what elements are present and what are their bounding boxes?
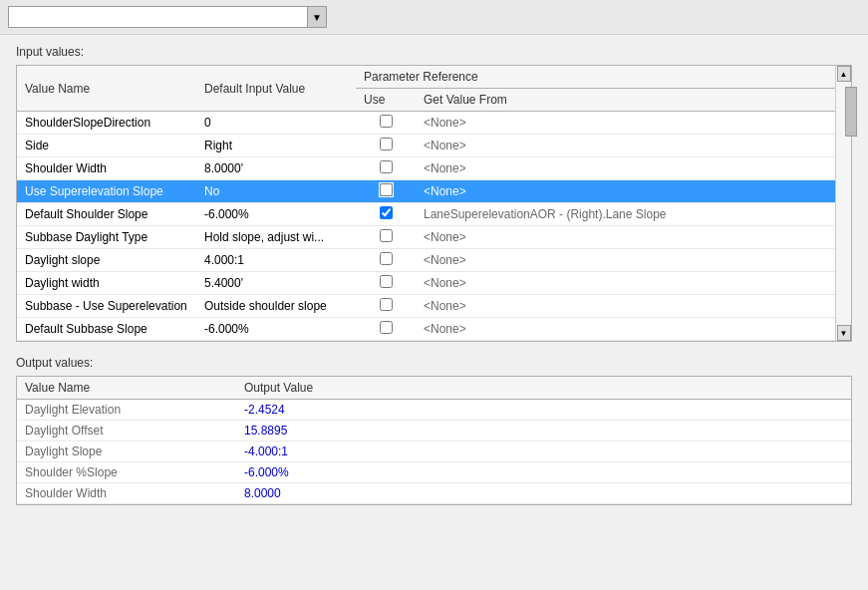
input-row-get-value: <None> (416, 272, 835, 295)
input-row-get-value: <None> (416, 318, 835, 341)
input-table-row: Use Superelevation SlopeNo<None> (17, 180, 835, 203)
input-row-get-value: LaneSuperelevationAOR - (Right).Lane Slo… (416, 203, 835, 226)
input-row-value-name: ShoulderSlopeDirection (17, 112, 196, 135)
input-row-value-name: Shoulder Width (17, 157, 196, 180)
input-row-use-checkbox[interactable] (380, 321, 393, 334)
input-row-default-value: Outside shoulder slope (196, 295, 356, 318)
output-row-value-name: Daylight Offset (17, 421, 236, 442)
output-row-value-name: Shoulder %Slope (17, 462, 236, 483)
col-header-value-name: Value Name (17, 66, 196, 112)
input-row-value-name: Daylight slope (17, 249, 196, 272)
input-table-row: Default Shoulder Slope-6.000%LaneSuperel… (17, 203, 835, 226)
input-table-container: Value Name Default Input Value Parameter… (16, 65, 852, 342)
input-row-use-checkbox[interactable] (380, 229, 393, 242)
output-table-container: Value Name Output Value Daylight Elevati… (16, 376, 852, 505)
input-row-use-checkbox[interactable] (380, 275, 393, 288)
input-row-use-checkbox-cell (356, 112, 416, 135)
output-row-value-name: Daylight Slope (17, 442, 236, 462)
input-table-row: Subbase - Use SuperelevationOutside shou… (17, 295, 835, 318)
input-table-header-row1: Value Name Default Input Value Parameter… (17, 66, 835, 89)
input-table-row: Default Subbase Slope-6.000%<None> (17, 318, 835, 341)
input-row-get-value: <None> (416, 112, 835, 135)
output-row-value-name: Shoulder Width (17, 483, 236, 504)
dropdown-wrapper: ▼ (8, 6, 327, 28)
input-row-value-name: Subbase - Use Superelevation (17, 295, 196, 318)
input-row-get-value: <None> (416, 249, 835, 272)
input-row-use-checkbox-cell (356, 135, 416, 157)
input-table-row: Daylight slope4.000:1<None> (17, 249, 835, 272)
col-header-default: Default Input Value (196, 66, 356, 112)
input-row-default-value: 8.0000' (196, 157, 356, 180)
input-row-default-value: 5.4000' (196, 272, 356, 295)
output-row-value-name: Daylight Elevation (17, 400, 236, 421)
output-table-row: Daylight Offset15.8895 (17, 421, 851, 442)
input-row-use-checkbox-cell (356, 272, 416, 295)
output-col-header-value: Output Value (236, 377, 851, 400)
input-row-use-checkbox-cell (356, 180, 416, 203)
output-col-header-name: Value Name (17, 377, 236, 400)
output-row-output-value: -4.000:1 (236, 442, 851, 462)
input-row-value-name: Subbase Daylight Type (17, 226, 196, 249)
input-row-use-checkbox-cell (356, 295, 416, 318)
input-row-use-checkbox[interactable] (380, 252, 393, 265)
input-table-row: Subbase Daylight TypeHold slope, adjust … (17, 226, 835, 249)
output-row-output-value: -2.4524 (236, 400, 851, 421)
output-table-header-row: Value Name Output Value (17, 377, 851, 400)
input-row-use-checkbox[interactable] (380, 183, 393, 196)
scrollbar-down-btn[interactable]: ▼ (837, 325, 851, 341)
input-table-body: ShoulderSlopeDirection0<None>SideRight<N… (17, 112, 835, 341)
output-row-output-value: -6.000% (236, 462, 851, 483)
output-table-row: Shoulder %Slope-6.000% (17, 462, 851, 483)
output-table-row: Daylight Slope-4.000:1 (17, 442, 851, 462)
input-row-value-name: Daylight width (17, 272, 196, 295)
output-table: Value Name Output Value Daylight Elevati… (17, 377, 851, 504)
input-row-default-value: 4.000:1 (196, 249, 356, 272)
dropdown-input[interactable] (8, 6, 327, 28)
output-row-output-value: 15.8895 (236, 421, 851, 442)
input-row-use-checkbox-cell (356, 249, 416, 272)
input-row-get-value: <None> (416, 180, 835, 203)
output-table-row: Daylight Elevation-2.4524 (17, 400, 851, 421)
output-row-output-value: 8.0000 (236, 483, 851, 504)
input-table-row: ShoulderSlopeDirection0<None> (17, 112, 835, 135)
input-row-use-checkbox-cell (356, 318, 416, 341)
input-row-default-value: -6.000% (196, 203, 356, 226)
input-table: Value Name Default Input Value Parameter… (17, 66, 835, 341)
input-row-value-name: Default Shoulder Slope (17, 203, 196, 226)
scrollbar-thumb[interactable] (845, 87, 857, 137)
col-header-use: Use (356, 89, 416, 112)
input-row-get-value: <None> (416, 157, 835, 180)
input-row-value-name: Use Superelevation Slope (17, 180, 196, 203)
output-table-body: Daylight Elevation-2.4524Daylight Offset… (17, 400, 851, 504)
input-row-use-checkbox[interactable] (380, 115, 393, 128)
col-header-get-value: Get Value From (416, 89, 835, 112)
input-table-with-scroll: Value Name Default Input Value Parameter… (17, 66, 851, 341)
input-row-use-checkbox[interactable] (380, 160, 393, 173)
input-row-get-value: <None> (416, 295, 835, 318)
input-table-scroll-inner: Value Name Default Input Value Parameter… (17, 66, 835, 341)
input-section-label: Input values: (16, 45, 852, 59)
input-row-default-value: No (196, 180, 356, 203)
input-row-default-value: -6.000% (196, 318, 356, 341)
input-row-use-checkbox[interactable] (380, 138, 393, 150)
input-table-scrollbar[interactable]: ▲ ▼ (835, 66, 851, 341)
input-row-value-name: Default Subbase Slope (17, 318, 196, 341)
output-table-row: Shoulder Width8.0000 (17, 483, 851, 504)
col-header-param-ref: Parameter Reference (356, 66, 835, 89)
input-table-row: Daylight width5.4000'<None> (17, 272, 835, 295)
input-row-default-value: Hold slope, adjust wi... (196, 226, 356, 249)
input-table-row: Shoulder Width8.0000'<None> (17, 157, 835, 180)
input-row-use-checkbox[interactable] (380, 298, 393, 311)
input-row-use-checkbox[interactable] (380, 206, 393, 219)
input-row-use-checkbox-cell (356, 226, 416, 249)
input-row-use-checkbox-cell (356, 157, 416, 180)
top-bar: ▼ (0, 0, 868, 35)
input-row-value-name: Side (17, 135, 196, 157)
input-table-row: SideRight<None> (17, 135, 835, 157)
main-content: Input values: Value Name Default Input V… (0, 35, 868, 529)
input-row-get-value: <None> (416, 226, 835, 249)
output-section-label: Output values: (16, 356, 852, 370)
input-row-default-value: 0 (196, 112, 356, 135)
scrollbar-up-btn[interactable]: ▲ (837, 66, 851, 82)
input-row-use-checkbox-cell (356, 203, 416, 226)
